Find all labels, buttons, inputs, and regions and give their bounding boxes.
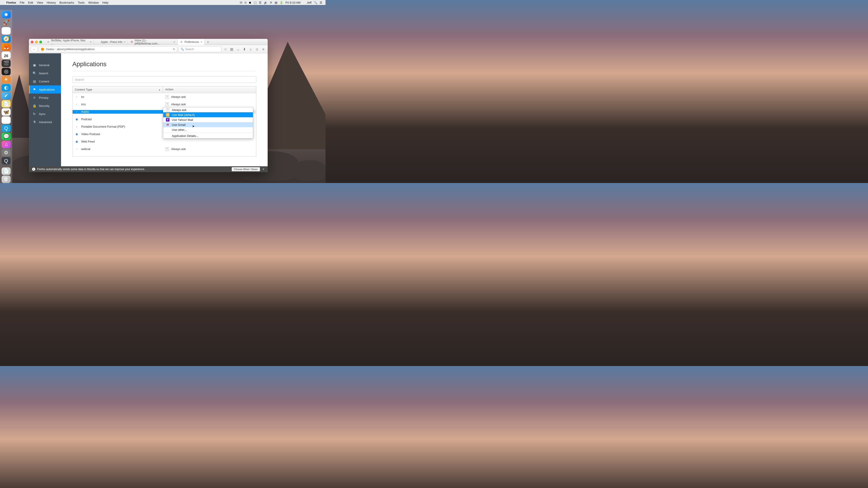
menu-history[interactable]: History <box>47 1 56 4</box>
tab-label: 9to5Mac: Apple iPhone, Mac ... <box>51 39 88 45</box>
tab-label: Apple - Press Info <box>101 40 122 43</box>
dock-launchpad-icon[interactable]: 🚀 <box>2 19 11 26</box>
dropdown-option-gmail[interactable]: MUse Gmail <box>163 122 253 127</box>
menu-file[interactable]: File <box>20 1 24 4</box>
wifi-icon[interactable]: ⚞ <box>270 1 272 4</box>
dock-iweb-icon[interactable]: ☀ <box>2 76 11 84</box>
new-tab-button[interactable]: + <box>205 39 211 45</box>
address-bar[interactable]: Firefox about:preferences#applications ↻ <box>39 46 177 52</box>
menu-bookmarks[interactable]: Bookmarks <box>59 1 74 4</box>
dock-photos-icon[interactable]: ✿ <box>2 116 11 124</box>
dock-notes-icon[interactable]: 📄 <box>2 100 11 107</box>
menubar-username[interactable]: Jeff <box>307 1 311 4</box>
pocket-icon[interactable]: ⌄ <box>236 47 241 52</box>
search-field[interactable]: 🔍 Search <box>179 46 221 52</box>
dock-things-icon[interactable]: ✔ <box>2 92 11 100</box>
advanced-icon: ⚗ <box>33 120 36 124</box>
dock-settings-icon[interactable]: ⚙ <box>2 149 11 156</box>
menubar-clock[interactable]: Fri 9:10 AM <box>285 1 301 4</box>
menu-help[interactable]: Help <box>102 1 108 4</box>
display-icon[interactable]: ▤ <box>275 1 277 4</box>
zoom-window-button[interactable] <box>39 41 42 43</box>
back-button[interactable]: ← <box>31 46 37 52</box>
dock-chrome-icon[interactable]: ◉ <box>2 27 11 35</box>
menu-tools[interactable]: Tools <box>78 1 85 4</box>
sidebar-item-security[interactable]: 🔒Security <box>29 102 61 110</box>
dock-trash-icon[interactable]: 🗑 <box>2 175 11 183</box>
airplay-icon[interactable]: ▢ <box>254 1 256 4</box>
dock-firefox-icon[interactable]: 🦊 <box>2 43 11 51</box>
column-content-type[interactable]: Content Type ▲ <box>72 86 163 93</box>
column-action[interactable]: Action <box>163 86 256 93</box>
sidebar-item-search[interactable]: 🔍Search <box>29 69 61 77</box>
tab-gmail-inbox[interactable]: M Inbox (1) - jeff@9to5mac.com... × <box>128 39 178 45</box>
dock-safari-icon[interactable]: 🧭 <box>2 35 11 43</box>
dock-omni-icon[interactable]: Q <box>2 125 11 132</box>
menubar-app-name[interactable]: Firefox <box>6 1 16 4</box>
dock-app-icon[interactable]: ◐ <box>2 84 11 92</box>
menu-view[interactable]: View <box>37 1 43 4</box>
applications-search-input[interactable] <box>72 76 256 83</box>
pdf-icon: ▫ <box>75 125 79 129</box>
home-icon[interactable]: ⌂ <box>248 47 253 52</box>
dropdown-option-always-ask[interactable]: ?Always ask <box>163 107 253 112</box>
reload-icon[interactable]: ↻ <box>173 48 175 51</box>
sidebar-item-sync[interactable]: ↻Sync <box>29 110 61 118</box>
dock-finder-icon[interactable]: ☻ <box>2 11 11 18</box>
dropdown-option-details[interactable]: Application Details... <box>163 133 253 138</box>
tab-label: Inbox (1) - jeff@9to5mac.com... <box>135 39 172 45</box>
dock-idvd-icon[interactable]: ◎ <box>2 68 11 75</box>
sidebar-item-general[interactable]: ▣General <box>29 61 61 69</box>
library-icon[interactable]: ▥ <box>229 47 234 52</box>
navigation-toolbar: ← Firefox about:preferences#applications… <box>29 45 268 53</box>
sidebar-item-content[interactable]: ▤Content <box>29 77 61 86</box>
dropdown-option-yahoo[interactable]: YUse Yahoo! Mail <box>163 117 253 122</box>
hello-icon[interactable]: ☺ <box>254 47 259 52</box>
dock-downloads-icon[interactable]: 📄 <box>2 167 11 175</box>
bookmark-star-icon[interactable]: ☆ <box>223 47 228 52</box>
close-window-button[interactable] <box>31 41 33 43</box>
dock-calendar-icon[interactable]: FEB26 <box>2 52 11 59</box>
tab-apple-press[interactable]: Apple - Press Info × <box>94 39 128 45</box>
close-tab-icon[interactable]: × <box>174 40 175 43</box>
table-row[interactable]: ◉Web Feed <box>72 138 256 145</box>
notification-center-icon[interactable]: ☰ <box>320 1 322 4</box>
tasks-icon[interactable]: ☰ <box>259 1 261 4</box>
dropbox-icon[interactable]: ⛁ <box>240 1 242 4</box>
table-row[interactable]: ▫irc ?Always ask <box>72 93 256 101</box>
volume-icon[interactable]: 🔊 <box>264 1 268 4</box>
dock-quicktime-icon[interactable]: Q <box>2 157 11 164</box>
dropdown-option-mail-default[interactable]: @Use Mail (default) <box>163 112 253 117</box>
telemetry-notification-bar: i Firefox automatically sends some data … <box>29 166 268 172</box>
box-icon[interactable]: ⧈ <box>245 1 246 4</box>
choose-share-button[interactable]: Choose What I Share <box>232 167 260 171</box>
downloads-icon[interactable]: ⬇ <box>242 47 247 52</box>
close-notification-icon[interactable]: ✕ <box>262 168 265 171</box>
menu-window[interactable]: Window <box>88 1 99 4</box>
dock-messages-icon[interactable]: 💬 <box>2 133 11 140</box>
dock-itunes-icon[interactable]: ♫ <box>2 141 11 148</box>
dock-finalcut-icon[interactable]: 🎬 <box>2 60 11 67</box>
dock-butterfly-icon[interactable]: 🦋 <box>2 108 11 116</box>
close-tab-icon[interactable]: × <box>90 40 92 43</box>
menu-edit[interactable]: Edit <box>28 1 33 4</box>
tab-preferences[interactable]: ⚙ Preferences × <box>178 39 205 45</box>
hamburger-menu-icon[interactable]: ≡ <box>261 47 266 52</box>
recording-icon[interactable]: ⏺ <box>249 1 252 4</box>
table-row[interactable]: ▫webcal ?Always ask <box>72 145 256 153</box>
tab-strip: ⊕ 9to5Mac: Apple iPhone, Mac ... × Apple… <box>44 39 266 45</box>
dropdown-option-other[interactable]: Use other... <box>163 127 253 132</box>
magnify-icon: 🔍 <box>181 48 184 51</box>
sidebar-item-privacy[interactable]: ⛭Privacy <box>29 94 61 102</box>
sidebar-item-advanced[interactable]: ⚗Advanced <box>29 118 61 126</box>
close-tab-icon[interactable]: × <box>200 40 202 43</box>
tab-9to5mac[interactable]: ⊕ 9to5Mac: Apple iPhone, Mac ... × <box>44 39 94 45</box>
battery-icon[interactable]: 🔋 <box>280 1 283 4</box>
close-tab-icon[interactable]: × <box>124 40 125 43</box>
spotlight-icon[interactable]: 🔍 <box>314 1 317 4</box>
gmail-icon: M <box>130 40 133 43</box>
minimize-window-button[interactable] <box>35 41 38 43</box>
rss-icon: ◉ <box>75 140 79 143</box>
sidebar-item-applications[interactable]: ⚑Applications <box>29 86 61 94</box>
file-icon: ▫ <box>75 95 79 99</box>
